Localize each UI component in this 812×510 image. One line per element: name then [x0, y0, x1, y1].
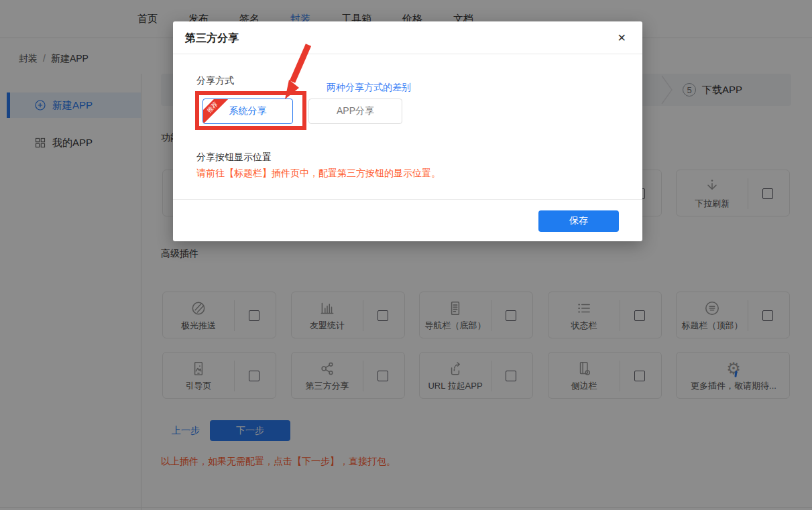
share-button-position-note: 请前往【标题栏】插件页中，配置第三方按钮的显示位置。	[196, 168, 441, 180]
footer-divider	[173, 199, 642, 200]
third-party-share-dialog: 第三方分享 ✕ 分享方式 两种分享方式的差别 推荐 系统分享 APP分享 分享按…	[173, 21, 642, 241]
tab-app-share[interactable]: APP分享	[308, 99, 402, 124]
share-button-position-label: 分享按钮显示位置	[196, 151, 272, 164]
dialog-header: 第三方分享 ✕	[173, 21, 642, 54]
tab-label: 系统分享	[229, 105, 267, 117]
save-button[interactable]: 保存	[538, 210, 619, 232]
share-method-diff-link[interactable]: 两种分享方式的差别	[327, 82, 411, 94]
tab-label: APP分享	[337, 105, 374, 117]
page: 首页 发布 签名 封装 工具箱 价格 文档 封装/新建APP 新建APP 我的A…	[0, 0, 812, 510]
recommend-badge: 推荐	[202, 99, 231, 124]
share-method-label: 分享方式	[196, 75, 234, 87]
dialog-title: 第三方分享	[185, 31, 239, 46]
tab-system-share[interactable]: 推荐 系统分享	[202, 99, 293, 124]
close-icon[interactable]: ✕	[614, 30, 630, 46]
